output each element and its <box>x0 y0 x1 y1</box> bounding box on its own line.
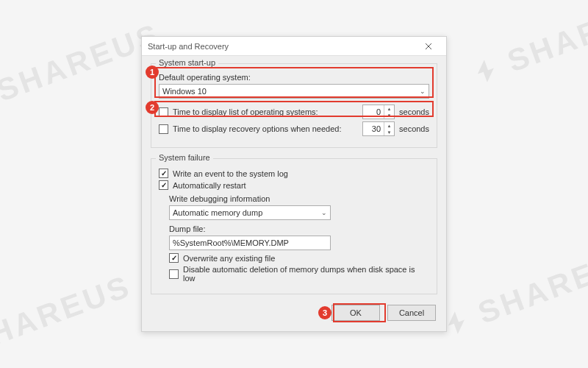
annotation-callout-1: 1 <box>146 66 159 79</box>
group-label-startup: System start-up <box>156 58 218 67</box>
write-event-label: Write an event to the system log <box>173 169 288 178</box>
time-recovery-spinner[interactable]: 30 ▲▼ <box>362 121 395 136</box>
chevron-down-icon: ⌄ <box>420 88 426 95</box>
debug-info-value: Automatic memory dump <box>173 208 262 217</box>
time-recovery-checkbox[interactable] <box>159 124 168 134</box>
time-list-checkbox[interactable] <box>159 107 168 117</box>
spinner-up-icon[interactable]: ▲ <box>384 122 394 129</box>
close-icon <box>425 43 432 50</box>
titlebar: Start-up and Recovery <box>142 37 446 56</box>
watermark: SHAREUS <box>0 269 136 368</box>
auto-restart-checkbox[interactable] <box>159 180 168 190</box>
default-os-select[interactable]: Windows 10 ⌄ <box>159 84 429 99</box>
time-list-label: Time to display list of operating system… <box>173 107 358 116</box>
cancel-button[interactable]: Cancel <box>387 305 436 321</box>
startup-recovery-dialog: Start-up and Recovery System start-up 1 … <box>141 36 447 332</box>
spinner-up-icon[interactable]: ▲ <box>384 105 394 112</box>
dialog-title: Start-up and Recovery <box>148 42 417 51</box>
time-list-value: 0 <box>363 105 384 118</box>
watermark: SHAREUS <box>467 0 588 92</box>
group-label-failure: System failure <box>156 153 213 162</box>
default-os-value: Windows 10 <box>162 87 207 96</box>
system-startup-group: System start-up 1 Default operating syst… <box>151 63 437 148</box>
close-button[interactable] <box>417 39 440 54</box>
watermark: SHAREUS <box>437 239 588 344</box>
seconds-label: seconds <box>399 107 429 116</box>
time-recovery-label: Time to display recovery options when ne… <box>173 124 358 133</box>
dialog-button-row: 3 OK Cancel <box>151 305 437 321</box>
spinner-down-icon[interactable]: ▼ <box>384 112 394 118</box>
time-list-spinner[interactable]: 0 ▲▼ <box>362 105 395 119</box>
ok-button[interactable]: OK <box>331 305 380 321</box>
disable-delete-checkbox[interactable] <box>169 269 179 279</box>
time-recovery-value: 30 <box>363 122 384 135</box>
auto-restart-label: Automatically restart <box>173 181 246 190</box>
dump-file-value: %SystemRoot%\MEMORY.DMP <box>173 238 289 247</box>
default-os-label: Default operating system: <box>159 73 251 82</box>
annotation-callout-2: 2 <box>146 101 159 114</box>
debug-info-select[interactable]: Automatic memory dump ⌄ <box>169 205 331 220</box>
disable-delete-label: Disable automatic deletion of memory dum… <box>183 265 429 283</box>
default-os-label-row: Default operating system: <box>159 73 429 82</box>
system-failure-group: System failure Write an event to the sys… <box>151 158 437 294</box>
debug-info-label: Write debugging information <box>169 194 270 203</box>
overwrite-checkbox[interactable] <box>169 253 179 263</box>
overwrite-label: Overwrite any existing file <box>183 254 275 263</box>
write-event-checkbox[interactable] <box>159 169 168 178</box>
seconds-label: seconds <box>399 124 429 133</box>
dump-file-input[interactable]: %SystemRoot%\MEMORY.DMP <box>169 236 331 250</box>
dump-file-label: Dump file: <box>169 224 206 233</box>
chevron-down-icon: ⌄ <box>321 209 327 216</box>
annotation-callout-3: 3 <box>318 306 331 319</box>
spinner-down-icon[interactable]: ▼ <box>384 129 394 135</box>
